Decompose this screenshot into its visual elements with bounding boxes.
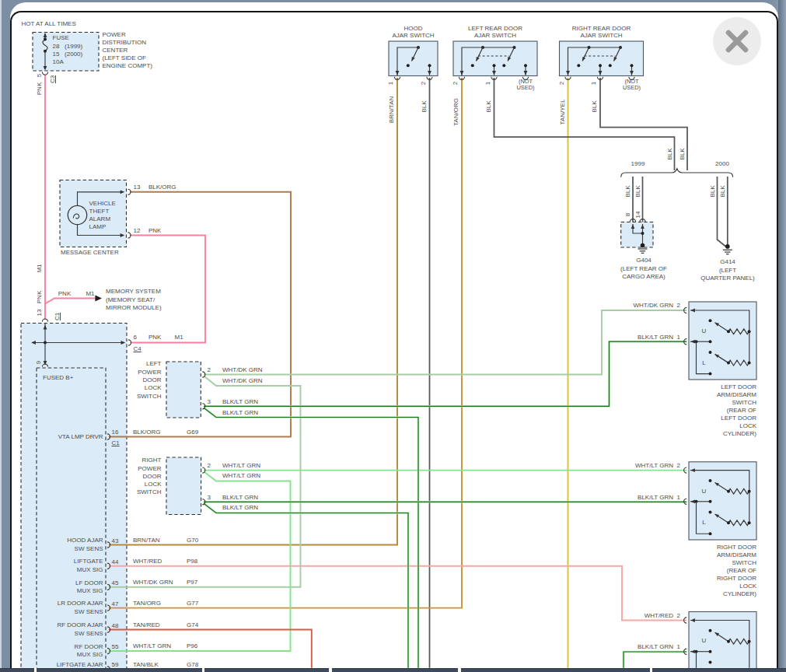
u-position-label: U [702, 328, 707, 334]
wire-label-blk: BLK [710, 185, 716, 197]
wire-label-blk: BLK [720, 185, 726, 197]
junction-dot [577, 64, 580, 67]
band-gap [329, 667, 331, 672]
wire-label: BLK/LT GRN [222, 399, 258, 405]
wire-label-blk: BLK [635, 185, 641, 197]
pin-number: 45 [112, 580, 119, 586]
band-gap [202, 667, 204, 672]
right-rear-door-ajar-switch-rect [560, 41, 644, 76]
bcm-function-label: RF DOOR [75, 644, 103, 650]
junction-dot [727, 330, 730, 333]
l-position-label: L [702, 520, 705, 526]
arm-disarm-caption: ARM/DISARM [717, 392, 756, 398]
junction-dot [609, 64, 612, 67]
u-position-label: U [702, 488, 707, 495]
junction-dot [709, 532, 712, 535]
wire-label: BLK/ORG [148, 184, 176, 191]
band-gap [34, 667, 37, 672]
junction-dot [709, 373, 712, 376]
junction-dot [709, 650, 712, 653]
l-position-label: L [702, 360, 705, 366]
junction-dot [727, 362, 730, 365]
bcm-function-label: SW SENS [75, 546, 103, 552]
pin-number: 2 [208, 367, 211, 373]
circuit-label: G69 [187, 429, 198, 436]
door-lock-switch-pins [202, 372, 205, 505]
close-icon [713, 17, 761, 65]
pdc-location-line: CENTER [103, 47, 128, 54]
alarm-lamp-line: ALARM [89, 216, 111, 222]
wire-label: WHT/DK GRN [633, 303, 673, 309]
bottom-band [0, 668, 786, 672]
pin-number: 2 [452, 81, 459, 84]
junction-dot [631, 64, 634, 67]
ajar-switch-title: AJAR SWITCH [392, 33, 434, 39]
arm-disarm-caption: CYLINDER) [723, 591, 756, 597]
pin-number: 2 [677, 463, 680, 469]
door-lock-switch-title: SWITCH [137, 489, 162, 495]
ground-name-g404: G404 [636, 257, 652, 264]
close-button[interactable] [713, 17, 761, 65]
door-lock-switch-title: POWER [138, 369, 161, 376]
alarm-lamp-line: VEHICLE [89, 201, 116, 207]
fuse-name: FUSE [53, 35, 69, 41]
ground-location: QUARTER PANEL) [700, 275, 755, 282]
wire-label-blk: BLK [625, 185, 631, 197]
arm-disarm-caption: LOCK [739, 583, 756, 590]
wire-label: BLK/LT GRN [638, 495, 673, 501]
fused-b-label: FUSED B+ [43, 375, 73, 381]
arm-disarm-caption: SWITCH [732, 400, 756, 406]
pin-number: 43 [112, 538, 119, 544]
junction-dot [709, 351, 712, 354]
wire-label: BLK/LT GRN [222, 495, 258, 501]
circuit-label: P96 [187, 643, 197, 649]
left-power-door-lock-switch-rect [166, 362, 201, 418]
door-lock-switch-boxes [166, 362, 201, 515]
junction-dot [471, 64, 474, 67]
connector-c4: C4 [134, 346, 141, 352]
pin-number: 6 [134, 334, 137, 341]
junction-dot [493, 64, 496, 67]
pdc-location-line: POWER [103, 32, 126, 38]
year-2000: 2000 [715, 161, 729, 167]
door-lock-switch-title: LEFT [146, 361, 162, 367]
arm-disarm-caption: LOCK [739, 423, 756, 429]
junction-dot [709, 629, 712, 632]
pdc-location-line: ENGINE COMPT) [103, 63, 152, 69]
connector-c1: C1 [112, 440, 120, 446]
pin-number: 47 [112, 601, 119, 607]
door-lock-switch-title: RIGHT [142, 457, 162, 464]
hot-at-all-times-label: HOT AT ALL TIMES [22, 21, 76, 27]
door-lock-switch-title: SWITCH [137, 394, 162, 400]
wire-label: BRN/TAN [389, 96, 395, 124]
ground-location: (LEFT REAR OF [620, 266, 667, 272]
bcm-function-label: HOOD AJAR [67, 537, 103, 544]
junction-dot [748, 490, 751, 493]
ajar-switch-title: LEFT REAR DOOR [468, 26, 522, 32]
circuit-label: P98 [187, 558, 197, 565]
band-gap [650, 667, 652, 672]
bcm-function-label: LIFTGATE [74, 558, 103, 565]
junction-dot [599, 64, 602, 67]
fuse-value-2000: 15 (2000) [53, 51, 83, 58]
right-door-arm-disarm-rect [689, 462, 756, 540]
pin-number: 3 [208, 399, 211, 405]
pin-number: 48 [112, 623, 119, 629]
junction-dot [709, 479, 712, 482]
arm-disarm-caption: RIGHT DOOR [717, 576, 756, 582]
connector-c3: C3 [50, 75, 56, 82]
wire-label: PNK [148, 228, 161, 234]
right-power-door-lock-switch-rect [166, 457, 201, 515]
door-lock-switch-title: LOCK [145, 385, 162, 391]
junction-dot [709, 319, 712, 322]
junction-dot [709, 500, 712, 503]
pin-number: 1 [677, 644, 680, 650]
arm-disarm-caption: CYLINDER) [723, 431, 756, 437]
bcm-pin13-number: 13 [37, 310, 43, 317]
wire-label: TAN/YEL [560, 100, 566, 125]
bcm-function-label: MUX SIG [77, 652, 103, 658]
arm-disarm-caption: (REAR OF [727, 568, 756, 574]
junction-dot [641, 232, 645, 235]
circuit-label: P97 [187, 579, 197, 586]
pin-number: 55 [112, 644, 119, 650]
